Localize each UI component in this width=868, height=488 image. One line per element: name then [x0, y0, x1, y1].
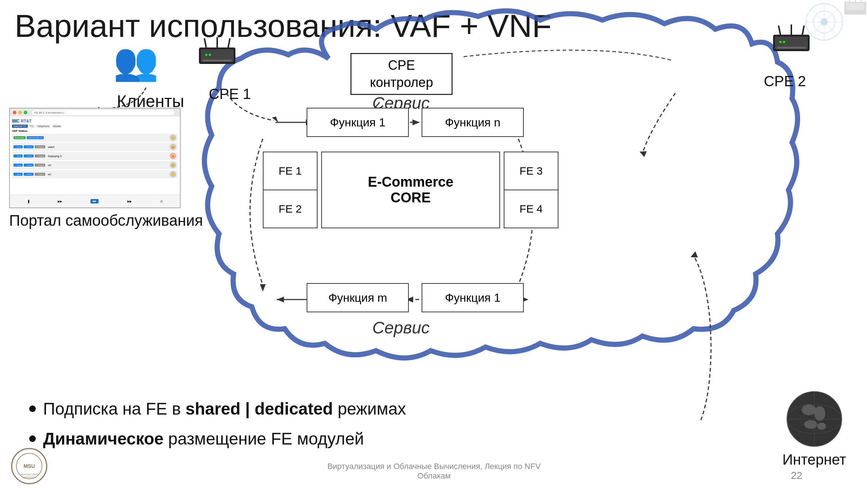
- fe-right-block: FE 3 FE 4: [504, 152, 558, 228]
- footer: Виртуализация и Облачные Вычисления, Лек…: [327, 462, 541, 481]
- svg-point-53: [802, 404, 816, 415]
- portal-logo: RT&T: [12, 119, 178, 123]
- service-label-bottom: Сервис: [372, 318, 430, 338]
- fe4-label: FE 4: [504, 190, 558, 228]
- func1b-box: Функция 1: [422, 283, 524, 312]
- svg-rect-8: [846, 3, 864, 10]
- msu-logo: MSU MOSCOW STATE UNIVERSITY: [11, 448, 47, 484]
- clients-icon: 👥: [113, 40, 159, 83]
- page-title: Вариант использования: VAF + VNF: [15, 7, 552, 45]
- svg-line-35: [228, 38, 230, 47]
- svg-point-45: [779, 41, 781, 43]
- svg-point-54: [814, 406, 825, 421]
- svg-marker-27: [272, 117, 278, 122]
- funcN-box: Функция n: [422, 108, 524, 137]
- portal-row-3: + Input + Action + Output Deploying © 🐱: [12, 152, 178, 160]
- svg-point-55: [804, 420, 817, 429]
- func1-box: Функция 1: [307, 108, 409, 137]
- window-max-dot: [24, 111, 27, 114]
- portal-row-1: Subscribe Unsubscribe All 🙂: [12, 134, 178, 142]
- cpe2-icon: [771, 24, 811, 58]
- svg-rect-44: [777, 47, 806, 49]
- cpe2-label: CPE 2: [764, 73, 806, 89]
- svg-point-56: [817, 423, 826, 430]
- fe1-label: FE 1: [264, 152, 317, 190]
- cpe1-icon: [197, 37, 237, 71]
- portal-bottom-bar: ▐ ▶▶ ▶▶ ▶▶ ⊙: [10, 195, 180, 207]
- svg-line-9: [849, 0, 850, 2]
- svg-point-37: [205, 54, 207, 56]
- funcM-box: Функция m: [307, 283, 409, 312]
- svg-marker-13: [412, 119, 420, 125]
- svg-line-11: [861, 0, 862, 2]
- svg-marker-30: [691, 251, 698, 258]
- ecommerce-core-box: E-Commerce CORE: [321, 152, 500, 228]
- svg-rect-36: [203, 60, 232, 61]
- portal-url-bar: FE.86.1.3-envisionet.o...: [32, 110, 174, 115]
- portal-row-4: + Input + Action + Output ref 😊: [12, 161, 178, 169]
- svg-text:UNIVERSITY: UNIVERSITY: [23, 476, 36, 479]
- svg-line-43: [802, 26, 804, 35]
- svg-text:MOSCOW STATE: MOSCOW STATE: [20, 473, 38, 476]
- cpe1-label: CPE 1: [209, 86, 251, 102]
- bullet-dot-1: [29, 405, 36, 412]
- portal-row-5: + Input + Action + Output ref 🙃: [12, 170, 178, 178]
- svg-marker-24: [260, 284, 266, 291]
- internet-label: Интернет: [782, 451, 846, 468]
- svg-point-38: [209, 54, 211, 56]
- svg-marker-28: [640, 151, 647, 157]
- svg-line-33: [204, 38, 206, 47]
- svg-marker-20: [277, 297, 284, 302]
- bullets-section: Подписка на FE в shared | dedicated режи…: [29, 399, 406, 459]
- fe3-label: FE 3: [504, 152, 558, 190]
- page-number: 22: [791, 470, 802, 481]
- fe-left-block: FE 1 FE 2: [263, 152, 318, 228]
- bullet-dot-2: [29, 435, 36, 442]
- svg-point-46: [783, 41, 785, 43]
- svg-text:MSU: MSU: [23, 463, 35, 469]
- fe2-label: FE 2: [264, 190, 317, 228]
- internet-icon: Интернет: [782, 390, 846, 468]
- bullet-1: Подписка на FE в shared | dedicated режи…: [29, 399, 406, 419]
- window-close-dot: [13, 111, 16, 114]
- window-min-dot: [18, 111, 22, 114]
- svg-line-41: [779, 26, 780, 35]
- bullet-2: Динамическое размещение FE модулей: [29, 429, 406, 449]
- portal-tabs: Internet TV TV Telephone Mobile: [12, 125, 178, 128]
- cpe-controller-box: CPE контролер: [350, 53, 453, 95]
- portal-label: Портал самообслуживания: [9, 212, 203, 229]
- portal-row-2: + Input + Action + Output watch 😀: [12, 143, 178, 151]
- portal-screenshot: FE.86.1.3-envisionet.o... RT&T Internet …: [9, 108, 181, 208]
